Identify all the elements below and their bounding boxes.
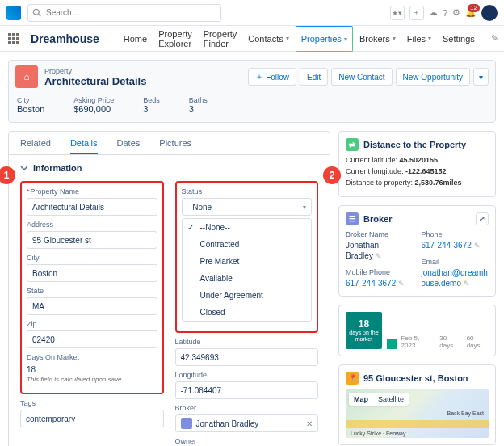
distance-icon: ⇄ (346, 138, 359, 151)
highlighted-region-1: Property Name Address City State Zip Day… (20, 181, 164, 394)
notifications-button[interactable]: 🔔12 (465, 7, 477, 18)
nav-brokers[interactable]: Brokers▾ (355, 26, 401, 52)
address-input[interactable] (27, 231, 158, 249)
broker-email-link[interactable]: jonathan@dreamhouse.demo✎ (422, 267, 489, 289)
broker-mobile-link[interactable]: 617-244-3672✎ (346, 278, 414, 289)
map-label: Back Bay East (447, 410, 484, 416)
map-type-satellite[interactable]: Satellite (373, 393, 409, 406)
chevron-down-icon: ▾ (344, 36, 347, 43)
status-option-none[interactable]: --None-- (183, 219, 312, 236)
more-actions-button[interactable]: ▾ (473, 68, 489, 86)
nav-files[interactable]: Files▾ (402, 26, 436, 52)
days-on-market-value: 18 (27, 364, 158, 376)
field-label: Broker (175, 404, 319, 412)
chevron-down-icon: ▾ (303, 204, 306, 211)
global-search-input[interactable] (27, 4, 221, 22)
location-icon: 📍 (346, 372, 359, 385)
broker-icon: ☰ (346, 212, 359, 225)
nav-properties[interactable]: Properties▾ (296, 26, 353, 52)
tags-input[interactable] (20, 410, 164, 427)
add-button[interactable]: ＋ (410, 6, 424, 20)
record-type-label: Property (44, 67, 146, 75)
remove-broker-icon[interactable]: ✕ (306, 419, 313, 428)
new-opportunity-button[interactable]: New Opportunity (396, 68, 470, 86)
nav-settings[interactable]: Settings (438, 26, 480, 52)
days-60: 60 days (467, 334, 489, 349)
nav-property-finder[interactable]: Property Finder (199, 26, 242, 52)
field-label: City (17, 96, 44, 104)
status-option-contracted[interactable]: Contracted (183, 236, 312, 253)
distance-value: Distance to property: 2,530.76miles (346, 179, 489, 187)
map[interactable]: MapSatellite Back Bay East Lucky Strike … (346, 389, 489, 438)
tab-dates[interactable]: Dates (117, 138, 141, 154)
field-value: 3 (143, 104, 160, 114)
zip-input[interactable] (27, 330, 158, 348)
field-label: Tags (20, 399, 164, 407)
latitude-input[interactable] (175, 348, 319, 366)
expand-icon[interactable]: ⤢ (476, 212, 489, 225)
status-option-closed[interactable]: Closed (183, 304, 312, 321)
highlighted-region-2: Status --None--▾ --None-- Contracted Pre… (175, 181, 319, 333)
edit-icon[interactable]: ✎ (464, 280, 470, 288)
field-label: Mobile Phone (346, 268, 414, 276)
salesforce-logo (6, 6, 21, 20)
chevron-down-icon: ▾ (286, 35, 289, 42)
svg-line-1 (39, 14, 41, 16)
edit-icon[interactable]: ✎ (398, 280, 405, 288)
gear-icon[interactable]: ⚙ (452, 7, 460, 18)
field-label: Latitude (175, 338, 319, 346)
field-label: Beds (143, 96, 160, 104)
section-toggle[interactable]: Information (9, 155, 330, 178)
edit-nav-icon[interactable]: ✎ (491, 33, 498, 44)
app-launcher-icon[interactable] (8, 33, 19, 44)
field-value: $690,000 (74, 104, 114, 114)
state-input[interactable] (27, 297, 158, 315)
calculated-field-note: This field is calculated upon save (27, 376, 158, 383)
map-type-map[interactable]: Map (349, 393, 373, 406)
nav-property-explorer[interactable]: Property Explorer (153, 26, 197, 52)
help-icon[interactable]: ? (443, 8, 447, 18)
callout-badge-2: 2 (323, 166, 341, 184)
distance-lat: Current latitude: 45.5020155 (346, 156, 489, 164)
favorites-button[interactable]: ★▾ (390, 6, 405, 20)
new-contact-button[interactable]: New Contact (331, 68, 392, 86)
svg-point-0 (33, 9, 39, 15)
distance-lon: Current longitude: -122.645152 (346, 167, 489, 175)
map-label: Lucky Strike · Fenway (351, 431, 405, 436)
field-label: Property Name (27, 187, 158, 196)
chevron-down-icon: ▾ (393, 35, 396, 42)
edit-button[interactable]: Edit (300, 68, 328, 86)
chevron-down-icon (20, 164, 28, 172)
chevron-down-icon: ▾ (428, 35, 431, 42)
nav-home[interactable]: Home (119, 26, 152, 52)
field-label: Owner (175, 437, 319, 445)
field-label: State (27, 287, 158, 295)
status-option-under-agreement[interactable]: Under Agreement (183, 287, 312, 304)
field-label: Baths (189, 96, 208, 104)
tab-details[interactable]: Details (70, 138, 98, 154)
broker-name-value: Jonathan Bradley✎ (346, 240, 414, 262)
avatar-icon (181, 418, 192, 429)
tab-pictures[interactable]: Pictures (159, 138, 191, 154)
edit-icon[interactable]: ✎ (376, 252, 382, 260)
field-label: City (27, 254, 158, 262)
field-label: Address (27, 221, 158, 229)
city-input[interactable] (27, 264, 158, 282)
longitude-input[interactable] (175, 381, 319, 399)
days-marker (387, 339, 397, 349)
status-option-available[interactable]: Available (183, 270, 312, 287)
property-name-input[interactable] (27, 198, 158, 216)
cloud-icon[interactable]: ☁ (429, 7, 438, 18)
field-label: Broker Name (346, 230, 414, 238)
status-dropdown[interactable]: --None--▾ (182, 198, 313, 216)
field-label: Email (422, 258, 489, 266)
broker-pill[interactable]: Jonathan Bradley✕ (175, 414, 319, 432)
follow-button[interactable]: ＋Follow (248, 68, 296, 86)
status-option-pre-market[interactable]: Pre Market (183, 253, 312, 270)
edit-icon[interactable]: ✎ (474, 242, 481, 250)
nav-contacts[interactable]: Contacts▾ (243, 26, 293, 52)
tab-related[interactable]: Related (20, 138, 51, 154)
broker-phone-link[interactable]: 617-244-3672✎ (422, 240, 489, 251)
field-value: Boston (17, 104, 44, 114)
avatar[interactable] (481, 5, 498, 21)
